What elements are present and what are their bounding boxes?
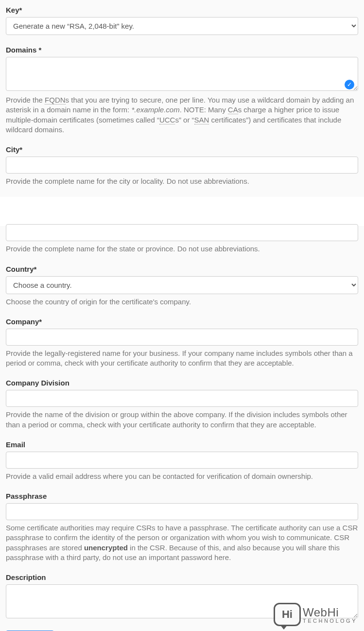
email-input[interactable] bbox=[6, 452, 358, 469]
division-help: Provide the name of the division or grou… bbox=[6, 410, 358, 430]
state-field-group: Provide the complete name for the state … bbox=[6, 224, 358, 254]
passphrase-field-group: Passphrase Some certificate authorities … bbox=[6, 492, 358, 562]
csr-form: Key* Generate a new “RSA, 2,048-bit” key… bbox=[0, 0, 364, 631]
passphrase-label: Passphrase bbox=[6, 492, 358, 500]
fqdn-abbr: FQDN bbox=[45, 96, 66, 105]
passphrase-input[interactable] bbox=[6, 503, 358, 520]
country-label: Country* bbox=[6, 265, 358, 273]
passphrase-help: Some certificate authorities may require… bbox=[6, 523, 358, 562]
description-textarea[interactable] bbox=[6, 584, 358, 618]
page-gap bbox=[0, 197, 364, 226]
division-input[interactable] bbox=[6, 390, 358, 407]
key-select[interactable]: Generate a new “RSA, 2,048-bit” key. bbox=[6, 17, 358, 35]
company-help: Provide the legally-registered name for … bbox=[6, 349, 358, 368]
key-field-group: Key* Generate a new “RSA, 2,048-bit” key… bbox=[6, 6, 358, 35]
division-label: Company Division bbox=[6, 379, 358, 387]
state-help: Provide the complete name for the state … bbox=[6, 244, 358, 254]
domains-label: Domains * bbox=[6, 46, 358, 54]
description-label: Description bbox=[6, 573, 358, 581]
email-label: Email bbox=[6, 440, 358, 449]
checkmark-icon: ✓ bbox=[345, 80, 354, 89]
company-field-group: Company* Provide the legally-registered … bbox=[6, 317, 358, 368]
country-field-group: Country* Choose a country. Choose the co… bbox=[6, 265, 358, 307]
state-input[interactable] bbox=[6, 224, 358, 241]
key-label: Key* bbox=[6, 6, 358, 14]
division-field-group: Company Division Provide the name of the… bbox=[6, 379, 358, 430]
domains-textarea[interactable] bbox=[6, 57, 358, 91]
email-help: Provide a valid email address where you … bbox=[6, 472, 358, 481]
city-field-group: City* Provide the complete name for the … bbox=[6, 145, 358, 186]
domains-help: Provide the FQDNs that you are trying to… bbox=[6, 95, 358, 135]
company-input[interactable] bbox=[6, 329, 358, 346]
city-input[interactable] bbox=[6, 157, 358, 174]
domains-field-group: Domains * ✓ Provide the FQDNs that you a… bbox=[6, 46, 358, 135]
san-abbr: SAN bbox=[194, 116, 209, 124]
email-field-group: Email Provide a valid email address wher… bbox=[6, 440, 358, 481]
city-help: Provide the complete name for the city o… bbox=[6, 176, 358, 186]
ucc-abbr: UCC bbox=[159, 116, 175, 124]
description-field-group: Description bbox=[6, 573, 358, 620]
country-select[interactable]: Choose a country. bbox=[6, 276, 358, 294]
ca-abbr: CA bbox=[228, 105, 238, 114]
country-help: Choose the country of origin for the cer… bbox=[6, 297, 358, 307]
company-label: Company* bbox=[6, 317, 358, 326]
domains-input-wrap: ✓ bbox=[6, 57, 358, 92]
city-label: City* bbox=[6, 145, 358, 154]
